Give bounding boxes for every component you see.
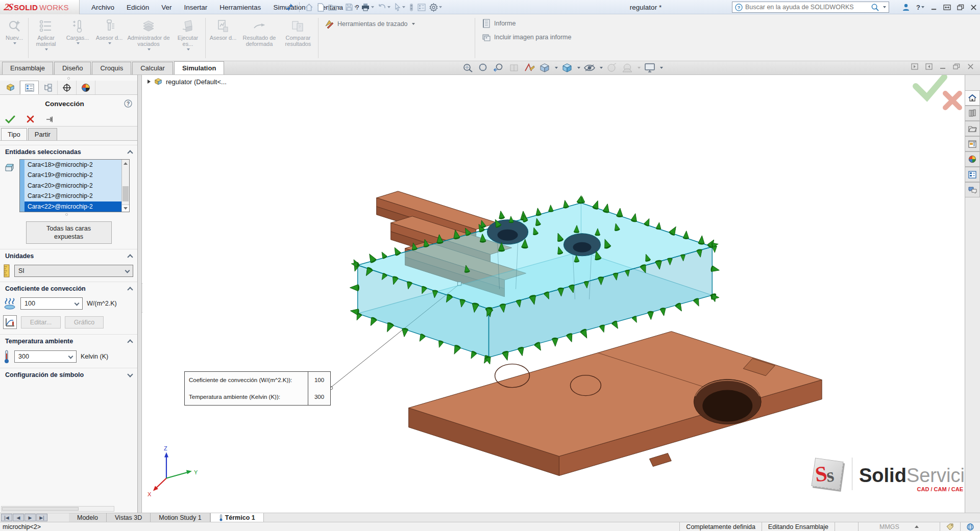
tab-tipo[interactable]: Tipo	[1, 128, 27, 140]
options-list-icon[interactable]	[418, 4, 426, 11]
tab-modelo[interactable]: Modelo	[69, 513, 107, 522]
units-section-header[interactable]: Unidades	[0, 249, 137, 262]
menu-herramientas[interactable]: Herramientas	[214, 2, 266, 13]
units-select[interactable]: SI	[14, 265, 133, 277]
callout-coefficient-value[interactable]: 100	[308, 372, 330, 389]
list-scrollbar[interactable]	[121, 160, 129, 212]
pin-keep-visible-icon[interactable]	[45, 116, 55, 123]
first-tab-icon[interactable]: |◀	[1, 514, 12, 521]
view-settings-icon[interactable]	[644, 62, 656, 73]
panel-splitter[interactable]	[138, 75, 142, 513]
callout-temperature-value[interactable]: 300	[308, 389, 330, 406]
tab-partir[interactable]: Partir	[28, 128, 57, 140]
list-item[interactable]: Cara<19>@microchip-2	[24, 170, 121, 180]
pane-restore-icon[interactable]	[953, 63, 960, 70]
custom-properties-button[interactable]	[965, 136, 980, 151]
forum-button[interactable]	[965, 182, 980, 197]
tab-calcular[interactable]: Calcular	[132, 62, 173, 74]
previous-view-icon[interactable]	[493, 62, 505, 73]
scroll-down-icon[interactable]	[122, 205, 129, 212]
tab-croquis[interactable]: Croquis	[92, 62, 131, 74]
collapse-right-icon[interactable]	[925, 63, 933, 70]
confirm-ok-icon[interactable]	[916, 77, 944, 97]
feature-tree-root[interactable]: regulator (Default<...	[148, 78, 227, 86]
confirm-cancel-icon[interactable]	[945, 93, 960, 108]
graphics-viewport[interactable]: Z Y X regulator (Default<... Coeficiente…	[142, 75, 965, 513]
tab-vistas-3d[interactable]: Vistas 3D	[107, 513, 151, 522]
home-tab-button[interactable]	[965, 90, 980, 106]
convection-callout[interactable]: Coeficiente de convección (W/(m^2.K)): 1…	[184, 371, 331, 406]
help-search[interactable]: ?	[732, 2, 889, 13]
zoom-fit-icon[interactable]	[462, 62, 474, 73]
solidworks-resources-button[interactable]	[965, 151, 980, 167]
view-orientation-caret-icon[interactable]	[555, 67, 558, 69]
new-document-icon[interactable]	[317, 3, 325, 12]
panel-resize-handle[interactable]	[67, 77, 70, 80]
copper-plate[interactable]	[409, 332, 822, 476]
settings-button[interactable]	[429, 3, 442, 12]
plot-tools-button[interactable]: Herramientas de trazado	[324, 19, 469, 29]
view-palette-button[interactable]	[965, 167, 980, 182]
hide-show-caret-icon[interactable]	[600, 67, 603, 69]
panel-horizontal-scrollbar[interactable]	[1, 506, 114, 512]
view-settings-caret-icon[interactable]	[660, 67, 663, 69]
save-button[interactable]	[345, 3, 357, 11]
span-displays-icon[interactable]	[943, 4, 951, 11]
convection-section-header[interactable]: Coeficiente de convección	[0, 282, 137, 295]
tab-termico[interactable]: Térmico 1	[210, 513, 264, 522]
ok-check-icon[interactable]	[5, 115, 15, 123]
tab-ensamblaje[interactable]: Ensamblaje	[2, 62, 53, 74]
feature-manager-tab[interactable]	[1, 81, 20, 94]
status-globe[interactable]	[960, 522, 980, 531]
list-item[interactable]: Cara<20>@microchip-2	[24, 181, 121, 191]
property-manager-tab[interactable]	[20, 81, 39, 94]
tab-simulation[interactable]: Simulation	[174, 61, 224, 74]
next-tab-icon[interactable]: ▶	[24, 514, 36, 521]
home-icon[interactable]	[305, 3, 313, 12]
pane-minimize-icon[interactable]	[940, 63, 946, 70]
collapse-left-icon[interactable]	[911, 63, 918, 70]
scroll-up-icon[interactable]	[122, 160, 129, 167]
tab-diseno[interactable]: Diseño	[54, 62, 91, 74]
report-button[interactable]: Informe	[482, 19, 571, 28]
pin-icon[interactable]	[286, 3, 294, 11]
display-manager-tab[interactable]	[77, 81, 95, 94]
menu-insertar[interactable]: Insertar	[179, 2, 213, 13]
design-library-button[interactable]	[965, 106, 980, 121]
select-button[interactable]	[394, 3, 405, 11]
magnified-selection-icon[interactable]	[409, 3, 414, 12]
status-tag[interactable]	[940, 522, 960, 531]
tab-motion-study[interactable]: Motion Study 1	[151, 513, 210, 522]
minimize-icon[interactable]	[930, 4, 937, 11]
temperature-curve-button[interactable]	[3, 315, 17, 329]
convection-value-input[interactable]: 100	[20, 297, 83, 310]
help-menu[interactable]: ?	[916, 4, 924, 11]
list-item-selected[interactable]: Cara<22>@microchip-2	[24, 201, 121, 212]
list-item[interactable]: Cara<18>@microchip-2	[24, 160, 121, 170]
menu-ver[interactable]: Ver	[156, 2, 177, 13]
configuration-manager-tab[interactable]	[39, 81, 58, 94]
temperature-section-header[interactable]: Temperatura ambiente	[0, 334, 137, 347]
sketch-tools-icon[interactable]	[523, 62, 535, 73]
view-orientation-icon[interactable]	[538, 62, 551, 73]
zoom-area-icon[interactable]	[477, 62, 489, 73]
list-item[interactable]: Cara<21>@microchip-2	[24, 191, 121, 201]
search-icon[interactable]	[871, 3, 879, 12]
search-caret-icon[interactable]	[883, 6, 886, 8]
panel-help-icon[interactable]: ?	[124, 99, 132, 108]
close-icon[interactable]	[970, 4, 977, 11]
dimxpert-manager-tab[interactable]	[58, 81, 77, 94]
selected-entities-list[interactable]: Cara<18>@microchip-2 Cara<19>@microchip-…	[19, 159, 130, 212]
list-resize-handle[interactable]	[65, 213, 68, 216]
user-icon[interactable]	[902, 3, 910, 11]
tree-expander-icon[interactable]	[148, 80, 151, 84]
restore-icon[interactable]	[957, 4, 964, 11]
scroll-thumb[interactable]	[122, 186, 129, 201]
symbol-section-header[interactable]: Configuración de símbolo	[0, 368, 137, 381]
file-explorer-button[interactable]	[965, 121, 980, 136]
temperature-value-input[interactable]: 300	[14, 350, 77, 363]
tree-root-label[interactable]: regulator (Default<...	[166, 78, 227, 86]
menu-archivo[interactable]: Archivo	[86, 2, 120, 13]
confirmation-corner[interactable]	[916, 77, 960, 108]
cancel-x-icon[interactable]	[27, 115, 34, 123]
